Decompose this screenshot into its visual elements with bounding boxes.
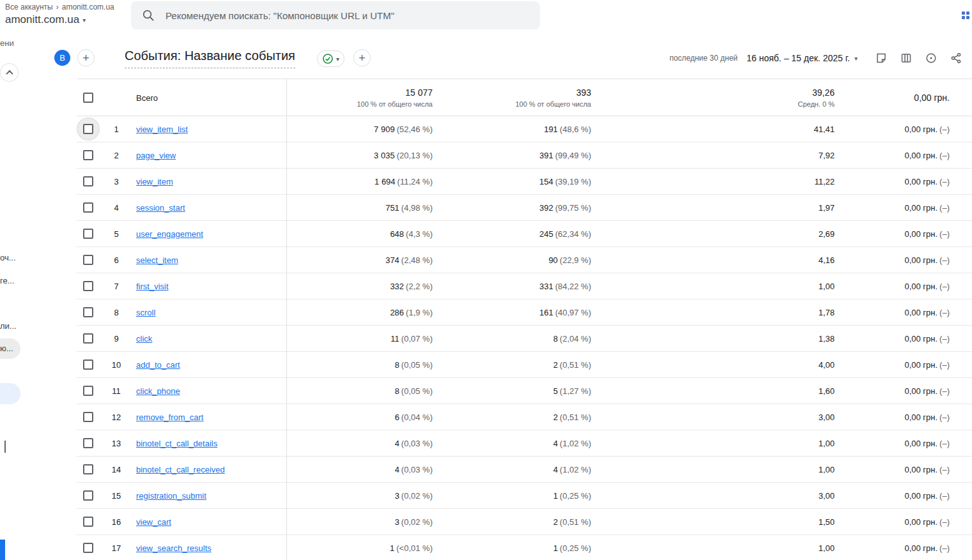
notes-button[interactable]	[874, 51, 888, 65]
sidebar-item-selected-pill[interactable]	[0, 383, 20, 404]
event-name-link[interactable]: registration_submit	[136, 491, 206, 501]
event-name-link[interactable]: first_visit	[136, 282, 169, 291]
event-name-link[interactable]: view_cart	[136, 517, 171, 527]
sidebar-item-truncated-3[interactable]: ли...	[0, 321, 17, 331]
sidebar-item-realtime-truncated[interactable]: ени	[0, 38, 14, 48]
event-name-link[interactable]: binotel_ct_call_received	[136, 465, 225, 474]
users-count-pct: (99,75 %)	[555, 203, 591, 213]
row-number: 2	[107, 151, 125, 160]
breadcrumb: Все аккаунты › amonitt.com.ua amonitt.co…	[5, 3, 114, 26]
row-checkbox[interactable]	[83, 124, 93, 134]
row-checkbox[interactable]	[83, 229, 93, 239]
row-checkbox[interactable]	[83, 490, 93, 501]
row-checkbox[interactable]	[83, 307, 93, 317]
row-number: 15	[107, 491, 125, 501]
table-row: 11 click_phone 8(0,05 %) 5(1,27 %) 1,60 …	[77, 378, 972, 404]
event-name-link[interactable]: session_start	[136, 203, 185, 213]
totals-label: Всего	[136, 93, 158, 103]
sidebar-collapse-button[interactable]	[1, 64, 18, 81]
sidebar-item-truncated-2[interactable]: ге...	[0, 276, 15, 285]
event-name-link[interactable]: click	[136, 334, 152, 344]
date-range-value: 16 нояб. – 15 дек. 2025 г.	[746, 53, 850, 63]
users-count-pct: (2,04 %)	[560, 334, 591, 344]
count-per-user: 1,00	[819, 439, 835, 448]
report-title[interactable]: События: Название события	[125, 49, 295, 68]
apps-grid-icon[interactable]	[962, 11, 969, 19]
event-name-link[interactable]: view_item_list	[136, 125, 188, 134]
table-row: 14 binotel_ct_call_received 4(0,03 %) 4(…	[77, 457, 972, 483]
event-name-link[interactable]: view_search_results	[136, 543, 212, 553]
table-row: 5 user_engagement 648(4,3 %) 245(62,34 %…	[77, 221, 972, 247]
row-checkbox[interactable]	[83, 359, 93, 370]
row-number: 6	[107, 255, 125, 265]
report-avatar[interactable]: B	[54, 50, 70, 66]
event-count: 3 035	[374, 151, 395, 160]
row-number: 16	[107, 517, 125, 527]
table-row: 17 view_search_results 1(<0,01 %) 1(0,25…	[77, 535, 972, 560]
event-name-link[interactable]: user_engagement	[136, 229, 203, 239]
event-count-pct: (<0,01 %)	[396, 543, 433, 553]
users-count-pct: (40,97 %)	[555, 308, 591, 317]
revenue-note: (–)	[939, 255, 950, 265]
select-all-checkbox[interactable]	[83, 93, 93, 103]
row-checkbox[interactable]	[83, 150, 93, 160]
users-count-pct: (39,19 %)	[555, 177, 591, 186]
row-checkbox[interactable]	[83, 176, 93, 186]
breadcrumb-current[interactable]: amonitt.com.ua	[62, 3, 114, 11]
event-name-link[interactable]: page_view	[136, 151, 176, 160]
add-comparison-button[interactable]: +	[353, 49, 371, 66]
insights-button[interactable]	[924, 51, 938, 65]
row-checkbox[interactable]	[83, 412, 93, 422]
revenue-note: (–)	[939, 439, 950, 448]
event-name-link[interactable]: binotel_ct_call_details	[136, 439, 217, 448]
row-checkbox[interactable]	[83, 438, 93, 448]
compare-button[interactable]	[899, 51, 913, 65]
row-number: 13	[107, 439, 125, 448]
users-count-pct: (84,22 %)	[555, 282, 591, 291]
event-name-link[interactable]: add_to_cart	[136, 360, 180, 370]
event-name-link[interactable]: remove_from_cart	[136, 412, 203, 422]
add-tab-button[interactable]: +	[77, 49, 95, 66]
row-number: 12	[107, 412, 125, 422]
share-button[interactable]	[949, 51, 963, 65]
users-count: 2	[553, 517, 558, 527]
event-count: 4	[395, 439, 399, 448]
search-bar[interactable]: Рекомендуем поискать: "Компоновщик URL и…	[131, 1, 540, 29]
share-icon	[950, 52, 962, 64]
users-count: 1	[553, 543, 558, 553]
event-count-pct: (2,48 %)	[401, 255, 433, 265]
users-count: 245	[539, 229, 553, 239]
event-name-link[interactable]: click_phone	[136, 386, 180, 396]
sidebar-item-truncated-1[interactable]: оч...	[0, 253, 16, 262]
event-name-link[interactable]: select_item	[136, 255, 178, 265]
users-count: 391	[539, 151, 553, 160]
event-name-link[interactable]: view_item	[136, 177, 173, 186]
insights-icon	[925, 52, 937, 64]
event-count: 3	[395, 517, 399, 527]
date-range-selector[interactable]: 16 нояб. – 15 дек. 2025 г. ▾	[746, 53, 858, 63]
row-checkbox[interactable]	[83, 543, 93, 553]
row-checkbox[interactable]	[83, 464, 93, 474]
revenue-value: 0,00 грн.	[904, 229, 937, 239]
event-name-link[interactable]: scroll	[136, 308, 155, 317]
sidebar-section-collapse[interactable]	[4, 442, 6, 453]
row-checkbox[interactable]	[83, 255, 93, 265]
count-per-user: 11,22	[814, 177, 835, 186]
dimension-applied-badge[interactable]: ▾	[317, 50, 344, 67]
row-checkbox[interactable]	[83, 202, 93, 213]
row-checkbox[interactable]	[83, 517, 93, 527]
revenue-note: (–)	[939, 282, 950, 291]
row-checkbox[interactable]	[83, 281, 93, 291]
row-number: 14	[107, 465, 125, 474]
account-selector[interactable]: amonitt.com.ua ▾	[5, 13, 114, 26]
avatar-letter: B	[59, 53, 65, 63]
revenue-note: (–)	[939, 543, 950, 553]
row-checkbox[interactable]	[83, 386, 93, 396]
chevron-up-icon	[6, 70, 13, 77]
users-count: 4	[553, 439, 558, 448]
users-count-pct: (22,9 %)	[560, 255, 591, 265]
row-checkbox[interactable]	[83, 333, 93, 344]
breadcrumb-root[interactable]: Все аккаунты	[5, 3, 53, 11]
sidebar-item-truncated-4[interactable]: ю...	[0, 344, 13, 353]
count-per-user: 1,00	[819, 282, 835, 291]
